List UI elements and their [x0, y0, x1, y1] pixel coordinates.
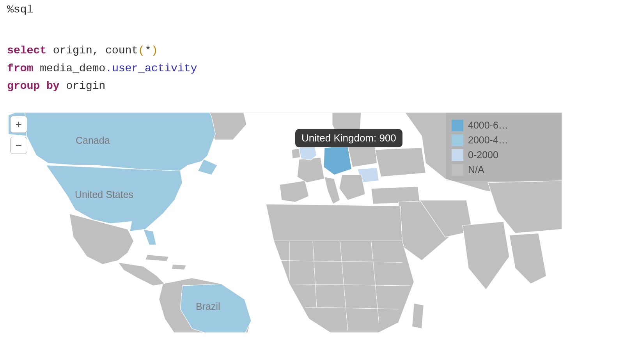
- kw-select: select: [7, 44, 46, 57]
- map-label-canada: Canada: [76, 135, 110, 146]
- legend-label: N/A: [468, 164, 484, 175]
- region-central-america[interactable]: [118, 262, 165, 286]
- legend-swatch: [452, 164, 463, 176]
- region-ukraine[interactable]: [375, 148, 426, 177]
- region-spain[interactable]: [280, 181, 309, 202]
- table-name: user_activity: [112, 62, 197, 75]
- region-italy[interactable]: [324, 177, 340, 204]
- region-germany[interactable]: [324, 146, 352, 175]
- legend-label: 4000-6…: [468, 120, 508, 131]
- sql-code-cell[interactable]: %sql select origin, count(*) from media_…: [0, 0, 624, 102]
- region-cuba[interactable]: [145, 254, 169, 261]
- star: *: [145, 44, 151, 57]
- legend-item[interactable]: N/A: [452, 163, 558, 177]
- magic-command: %sql: [7, 1, 33, 19]
- choropleth-map[interactable]: + − Canada United States Brazil United K…: [9, 112, 562, 332]
- region-ireland[interactable]: [292, 148, 300, 159]
- legend-swatch: [452, 120, 463, 131]
- zoom-in-button[interactable]: +: [10, 116, 27, 133]
- dot: .: [105, 62, 112, 75]
- region-balkans[interactable]: [339, 175, 365, 200]
- code-text: origin, count: [46, 44, 138, 57]
- map-label-us: United States: [75, 189, 133, 200]
- map-legend: 4000-6… 2000-4… 0-2000 N/A: [446, 113, 562, 181]
- schema-name: media_demo: [33, 62, 105, 75]
- region-us-florida[interactable]: [144, 229, 156, 245]
- legend-label: 2000-4…: [468, 134, 508, 146]
- legend-swatch: [452, 149, 463, 161]
- region-sea[interactable]: [509, 233, 546, 284]
- zoom-out-button[interactable]: −: [10, 137, 27, 154]
- region-canada[interactable]: [25, 113, 215, 173]
- region-madagascar[interactable]: [412, 303, 424, 329]
- region-france[interactable]: [297, 157, 324, 183]
- legend-swatch: [452, 134, 463, 146]
- paren-l: (: [138, 44, 145, 57]
- kw-groupby: group by: [7, 80, 59, 92]
- groupby-col: origin: [59, 80, 105, 92]
- region-poland[interactable]: [348, 145, 377, 167]
- paren-r: ): [151, 44, 158, 57]
- legend-item[interactable]: 4000-6…: [452, 118, 558, 133]
- legend-item[interactable]: 2000-4…: [452, 133, 558, 148]
- map-label-brazil: Brazil: [196, 301, 220, 312]
- region-india[interactable]: [463, 221, 509, 290]
- kw-from: from: [7, 62, 33, 75]
- legend-item[interactable]: 0-2000: [452, 148, 558, 163]
- region-north-africa[interactable]: [266, 204, 402, 241]
- map-tooltip: United Kingdom: 900: [295, 129, 402, 147]
- region-caribbean[interactable]: [172, 264, 186, 270]
- zoom-controls: + −: [10, 116, 27, 154]
- legend-label: 0-2000: [468, 149, 498, 161]
